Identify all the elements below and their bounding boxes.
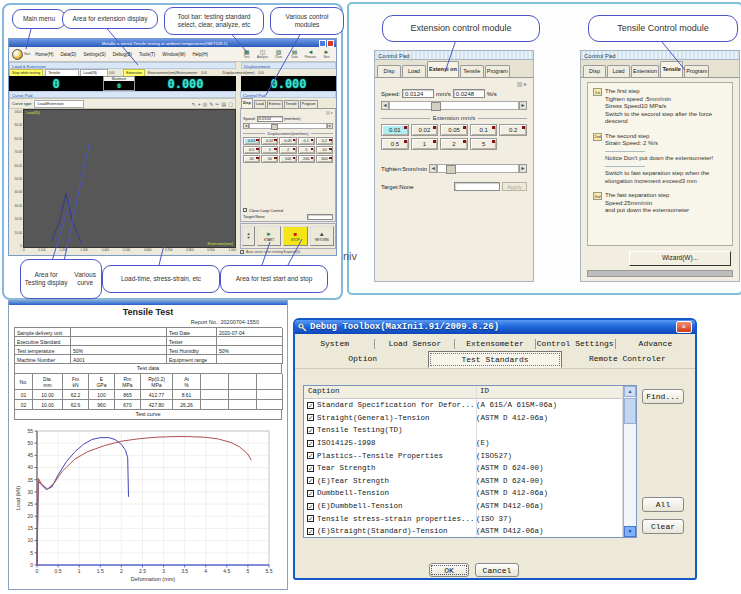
extension-preset-button[interactable]: 0.2	[499, 124, 527, 136]
speed-preset-button[interactable]: 0.2	[316, 137, 333, 145]
control-pad-tab[interactable]: Tensile	[284, 100, 299, 108]
close-button[interactable]	[327, 40, 334, 47]
tensile-tab[interactable]: Extension	[631, 65, 659, 77]
menu-item[interactable]: Help(H)	[192, 52, 208, 57]
dialog-tab[interactable]: Option	[297, 351, 428, 368]
extension-speed-slider[interactable]: ◄ ►	[381, 101, 527, 110]
pointer-icon[interactable]: ↖	[192, 101, 196, 107]
speed-preset-button[interactable]: 100	[279, 155, 296, 163]
slider-left-arrow-icon[interactable]: ◄	[429, 164, 437, 173]
extension-tab[interactable]: Tensile	[460, 65, 484, 77]
toolbar-button[interactable]: ▨ Clear	[272, 49, 285, 59]
dialog-tab[interactable]: Remote Controler	[562, 351, 693, 368]
slider-right-arrow-icon[interactable]: ►	[327, 123, 333, 129]
extension-preset-button[interactable]: 0.5	[381, 138, 409, 150]
control-pad-tab[interactable]: Load	[254, 100, 266, 108]
play-icon[interactable]: ▸	[524, 81, 527, 87]
find-button[interactable]: Find...	[642, 389, 684, 404]
speed-preset-button[interactable]: 5	[298, 146, 315, 154]
standard-list-item[interactable]: Dumbbell-Tension (ASTM D 412-06a)	[304, 487, 636, 500]
chart-icon[interactable]: ▥	[517, 81, 523, 87]
standard-list-item[interactable]: ISO14125-1998 (E)	[304, 437, 636, 450]
slider-thumb[interactable]	[431, 102, 441, 111]
menu-item[interactable]: Tools(T)	[139, 52, 155, 57]
standard-list-item[interactable]: Tensile stress-strain properties... (ISO…	[304, 512, 636, 525]
speed-preset-button[interactable]: 20	[243, 155, 260, 163]
toolbar-button[interactable]: ▦ Test	[240, 49, 253, 59]
speed-preset-button[interactable]: 0.05	[279, 137, 296, 145]
pen-icon[interactable]: ✎	[209, 101, 213, 107]
standard-list-item[interactable]: (E)Straight(Standard)-Tension (ASTM D412…	[304, 525, 636, 538]
standard-list-item[interactable]: Standard Specification for Defor... (A 6…	[304, 399, 636, 412]
toolbar-button[interactable]: ▤ Data	[288, 49, 301, 59]
speed-preset-button[interactable]: 0.01	[243, 137, 260, 145]
minimize-button[interactable]	[319, 40, 326, 47]
speed-preset-button[interactable]: 50	[261, 155, 278, 163]
auto-return-checkbox[interactable]	[240, 250, 244, 254]
menu-item[interactable]: Debug(B)	[113, 52, 132, 57]
dialog-tab[interactable]: Advance	[616, 339, 695, 349]
dialog-tab[interactable]: Control Settings	[536, 339, 616, 349]
speed-preset-button[interactable]: 2	[279, 146, 296, 154]
standard-list-item[interactable]: (E)Tear Strength (ASTM D 624-00)	[304, 475, 636, 488]
curve-type-dropdown[interactable]: Load/Extension	[34, 100, 84, 108]
menu-item[interactable]: Data(D)	[61, 52, 77, 57]
ok-button[interactable]: OK	[429, 563, 469, 577]
speed-slider[interactable]: ◄ ►	[243, 123, 333, 129]
dialog-tab[interactable]: Load Sensor	[375, 339, 455, 349]
tensile-tab[interactable]: Load	[607, 65, 630, 77]
checkbox-checked-icon[interactable]	[307, 515, 314, 522]
window-titlebar[interactable]: Metallic material-Tensile testing at amb…	[9, 39, 336, 47]
magnifier-icon[interactable]: ◎	[203, 101, 207, 107]
dialog-tab[interactable]: System	[295, 339, 375, 349]
scroll-up-icon[interactable]: ▲	[624, 386, 636, 397]
slider-right-arrow-icon[interactable]: ►	[519, 164, 527, 173]
control-pad-tab[interactable]: Disp	[241, 98, 253, 108]
extension-preset-button[interactable]: 0.1	[470, 124, 498, 136]
speed-preset-button[interactable]: 0.1	[298, 137, 315, 145]
scissors-icon[interactable]: ✂	[215, 101, 219, 107]
speed-preset-button[interactable]: 1	[261, 146, 278, 154]
standard-list-item[interactable]: Plastics--Tensile Properties (ISO527)	[304, 449, 636, 462]
menu-item[interactable]: Home(H)	[35, 52, 53, 57]
dialog-tab[interactable]: Test Standards	[428, 351, 561, 368]
speed-input[interactable]: 0.0100	[257, 116, 283, 122]
control-pad-tab[interactable]: Program	[300, 100, 318, 108]
checkbox-checked-icon[interactable]	[307, 528, 314, 535]
extension-preset-button[interactable]: 2	[440, 138, 468, 150]
toolbar-button[interactable]: ◫ Analysis	[256, 49, 269, 59]
plot-area[interactable]: Load(N) Extension(mm)	[23, 109, 236, 248]
wizard-button[interactable]: Wizard(W)...	[629, 251, 731, 266]
checkbox-checked-icon[interactable]	[307, 427, 314, 434]
window-icon[interactable]: ▢	[228, 101, 233, 107]
jog-button[interactable]: ▲▼	[242, 226, 255, 246]
all-button[interactable]: All	[642, 497, 684, 512]
scroll-thumb[interactable]	[624, 398, 636, 424]
zoom-in-icon[interactable]: +	[198, 101, 201, 107]
speed-preset-button[interactable]: 200	[298, 155, 315, 163]
target-input[interactable]	[454, 182, 500, 191]
id-column-header[interactable]: ID	[480, 387, 489, 395]
close-icon[interactable]: ×	[676, 321, 692, 333]
close-loop-checkbox[interactable]	[243, 208, 247, 212]
slider-left-arrow-icon[interactable]: ◄	[381, 101, 389, 110]
checkbox-checked-icon[interactable]	[307, 414, 314, 421]
speed-mm-input[interactable]: 0.0124	[402, 89, 434, 98]
tensile-tab[interactable]: Program	[684, 65, 709, 77]
toolbar-button[interactable]: ◄ Previous	[304, 49, 317, 59]
extension-preset-button[interactable]: 5	[470, 138, 498, 150]
speed-preset-button[interactable]: 0.02	[261, 137, 278, 145]
checkbox-checked-icon[interactable]	[307, 477, 314, 484]
apply-button[interactable]: Apply	[502, 182, 527, 191]
speed-preset-button[interactable]: 500	[316, 155, 333, 163]
toolbar-button[interactable]: ► Next	[320, 49, 333, 59]
checkbox-checked-icon[interactable]	[307, 402, 314, 409]
list-scrollbar[interactable]: ▲ ▼	[623, 386, 636, 537]
standard-list-item[interactable]: Tear Strength (ASTM D 624-00)	[304, 462, 636, 475]
extension-preset-button[interactable]: 0.05	[440, 124, 468, 136]
tighten-slider[interactable]: ◄ ►	[429, 164, 527, 173]
extension-preset-button[interactable]: 1	[411, 138, 439, 150]
dialog-titlebar[interactable]: Debug Toolbox(MaxIni1.91/2009.8.26) ×	[295, 320, 695, 334]
clear-button[interactable]: Clear	[642, 519, 684, 534]
checkbox-checked-icon[interactable]	[307, 452, 314, 459]
